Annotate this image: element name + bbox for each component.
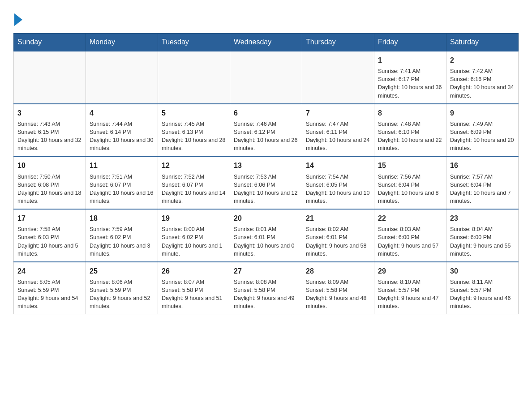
day-info: Sunrise: 8:06 AM Sunset: 5:59 PM Dayligh… bbox=[90, 278, 154, 311]
day-info: Sunrise: 7:57 AM Sunset: 6:04 PM Dayligh… bbox=[450, 173, 515, 206]
day-info: Sunrise: 8:04 AM Sunset: 6:00 PM Dayligh… bbox=[450, 225, 515, 258]
calendar-cell: 20Sunrise: 8:01 AM Sunset: 6:01 PM Dayli… bbox=[230, 209, 302, 262]
day-number: 4 bbox=[90, 108, 154, 118]
day-info: Sunrise: 7:41 AM Sunset: 6:17 PM Dayligh… bbox=[378, 67, 442, 100]
calendar-cell: 26Sunrise: 8:07 AM Sunset: 5:58 PM Dayli… bbox=[158, 262, 230, 314]
calendar-cell: 4Sunrise: 7:44 AM Sunset: 6:14 PM Daylig… bbox=[86, 104, 158, 157]
weekday-header-wednesday: Wednesday bbox=[230, 34, 302, 51]
day-info: Sunrise: 7:51 AM Sunset: 6:07 PM Dayligh… bbox=[90, 173, 154, 206]
calendar-cell: 30Sunrise: 8:11 AM Sunset: 5:57 PM Dayli… bbox=[446, 262, 519, 314]
day-number: 18 bbox=[90, 213, 154, 223]
day-number: 11 bbox=[90, 160, 154, 171]
day-info: Sunrise: 7:53 AM Sunset: 6:06 PM Dayligh… bbox=[234, 173, 298, 206]
day-number: 22 bbox=[378, 213, 442, 223]
day-number: 27 bbox=[234, 266, 298, 276]
calendar-cell: 13Sunrise: 7:53 AM Sunset: 6:06 PM Dayli… bbox=[230, 156, 302, 209]
day-number: 12 bbox=[162, 160, 226, 171]
day-info: Sunrise: 7:59 AM Sunset: 6:02 PM Dayligh… bbox=[90, 225, 154, 258]
calendar-cell: 19Sunrise: 8:00 AM Sunset: 6:02 PM Dayli… bbox=[158, 209, 230, 262]
calendar-cell: 7Sunrise: 7:47 AM Sunset: 6:11 PM Daylig… bbox=[302, 104, 374, 157]
calendar-cell: 14Sunrise: 7:54 AM Sunset: 6:05 PM Dayli… bbox=[302, 156, 374, 209]
day-number: 23 bbox=[450, 213, 515, 223]
calendar-cell bbox=[158, 51, 230, 104]
day-number: 21 bbox=[306, 213, 370, 223]
calendar-cell: 11Sunrise: 7:51 AM Sunset: 6:07 PM Dayli… bbox=[86, 156, 158, 209]
day-number: 14 bbox=[306, 160, 370, 171]
day-info: Sunrise: 7:52 AM Sunset: 6:07 PM Dayligh… bbox=[162, 173, 226, 206]
calendar-cell: 15Sunrise: 7:56 AM Sunset: 6:04 PM Dayli… bbox=[374, 156, 446, 209]
logo bbox=[13, 9, 22, 24]
day-info: Sunrise: 7:50 AM Sunset: 6:08 PM Dayligh… bbox=[17, 173, 82, 206]
calendar-cell: 10Sunrise: 7:50 AM Sunset: 6:08 PM Dayli… bbox=[14, 156, 86, 209]
calendar-cell: 2Sunrise: 7:42 AM Sunset: 6:16 PM Daylig… bbox=[446, 51, 519, 104]
day-info: Sunrise: 8:03 AM Sunset: 6:00 PM Dayligh… bbox=[378, 225, 442, 258]
day-info: Sunrise: 8:00 AM Sunset: 6:02 PM Dayligh… bbox=[162, 225, 226, 258]
day-info: Sunrise: 8:09 AM Sunset: 5:58 PM Dayligh… bbox=[306, 278, 370, 311]
week-row-4: 17Sunrise: 7:58 AM Sunset: 6:03 PM Dayli… bbox=[14, 209, 519, 262]
day-number: 17 bbox=[17, 213, 82, 223]
day-number: 5 bbox=[162, 108, 226, 118]
calendar-cell: 23Sunrise: 8:04 AM Sunset: 6:00 PM Dayli… bbox=[446, 209, 519, 262]
day-info: Sunrise: 7:44 AM Sunset: 6:14 PM Dayligh… bbox=[90, 120, 154, 153]
calendar-cell: 28Sunrise: 8:09 AM Sunset: 5:58 PM Dayli… bbox=[302, 262, 374, 314]
calendar-cell: 29Sunrise: 8:10 AM Sunset: 5:57 PM Dayli… bbox=[374, 262, 446, 314]
calendar-cell: 18Sunrise: 7:59 AM Sunset: 6:02 PM Dayli… bbox=[86, 209, 158, 262]
day-number: 6 bbox=[234, 108, 298, 118]
calendar-cell: 8Sunrise: 7:48 AM Sunset: 6:10 PM Daylig… bbox=[374, 104, 446, 157]
weekday-header-thursday: Thursday bbox=[302, 34, 374, 51]
day-number: 10 bbox=[17, 160, 82, 171]
calendar-cell: 21Sunrise: 8:02 AM Sunset: 6:01 PM Dayli… bbox=[302, 209, 374, 262]
calendar-cell bbox=[14, 51, 86, 104]
day-info: Sunrise: 7:48 AM Sunset: 6:10 PM Dayligh… bbox=[378, 120, 442, 153]
week-row-5: 24Sunrise: 8:05 AM Sunset: 5:59 PM Dayli… bbox=[14, 262, 519, 314]
day-info: Sunrise: 8:07 AM Sunset: 5:58 PM Dayligh… bbox=[162, 278, 226, 311]
calendar-table: SundayMondayTuesdayWednesdayThursdayFrid… bbox=[13, 33, 519, 314]
day-info: Sunrise: 7:46 AM Sunset: 6:12 PM Dayligh… bbox=[234, 120, 298, 153]
week-row-1: 1Sunrise: 7:41 AM Sunset: 6:17 PM Daylig… bbox=[14, 51, 519, 104]
weekday-header-friday: Friday bbox=[374, 34, 446, 51]
day-number: 15 bbox=[378, 160, 442, 171]
calendar-cell: 1Sunrise: 7:41 AM Sunset: 6:17 PM Daylig… bbox=[374, 51, 446, 104]
day-info: Sunrise: 7:43 AM Sunset: 6:15 PM Dayligh… bbox=[17, 120, 82, 153]
day-number: 24 bbox=[17, 266, 82, 276]
calendar-cell bbox=[230, 51, 302, 104]
weekday-header-sunday: Sunday bbox=[14, 34, 86, 51]
calendar-cell: 24Sunrise: 8:05 AM Sunset: 5:59 PM Dayli… bbox=[14, 262, 86, 314]
calendar-cell: 3Sunrise: 7:43 AM Sunset: 6:15 PM Daylig… bbox=[14, 104, 86, 157]
week-row-2: 3Sunrise: 7:43 AM Sunset: 6:15 PM Daylig… bbox=[14, 104, 519, 157]
weekday-header-monday: Monday bbox=[86, 34, 158, 51]
day-info: Sunrise: 8:10 AM Sunset: 5:57 PM Dayligh… bbox=[378, 278, 442, 311]
day-number: 8 bbox=[378, 108, 442, 118]
day-info: Sunrise: 7:45 AM Sunset: 6:13 PM Dayligh… bbox=[162, 120, 226, 153]
day-info: Sunrise: 7:54 AM Sunset: 6:05 PM Dayligh… bbox=[306, 173, 370, 206]
day-info: Sunrise: 7:42 AM Sunset: 6:16 PM Dayligh… bbox=[450, 67, 515, 100]
week-row-3: 10Sunrise: 7:50 AM Sunset: 6:08 PM Dayli… bbox=[14, 156, 519, 209]
day-number: 2 bbox=[450, 55, 515, 65]
day-number: 1 bbox=[378, 55, 442, 65]
day-number: 25 bbox=[90, 266, 154, 276]
weekday-header-tuesday: Tuesday bbox=[158, 34, 230, 51]
weekday-header-saturday: Saturday bbox=[446, 34, 519, 51]
day-number: 26 bbox=[162, 266, 226, 276]
day-number: 3 bbox=[17, 108, 82, 118]
day-info: Sunrise: 7:49 AM Sunset: 6:09 PM Dayligh… bbox=[450, 120, 515, 153]
day-number: 19 bbox=[162, 213, 226, 223]
logo-arrow-icon bbox=[14, 13, 22, 26]
calendar-cell: 6Sunrise: 7:46 AM Sunset: 6:12 PM Daylig… bbox=[230, 104, 302, 157]
day-info: Sunrise: 7:47 AM Sunset: 6:11 PM Dayligh… bbox=[306, 120, 370, 153]
calendar-cell: 27Sunrise: 8:08 AM Sunset: 5:58 PM Dayli… bbox=[230, 262, 302, 314]
page-header bbox=[13, 9, 519, 24]
day-number: 7 bbox=[306, 108, 370, 118]
weekday-header-row: SundayMondayTuesdayWednesdayThursdayFrid… bbox=[14, 34, 519, 51]
calendar-cell bbox=[86, 51, 158, 104]
day-number: 20 bbox=[234, 213, 298, 223]
day-number: 9 bbox=[450, 108, 515, 118]
calendar-cell: 22Sunrise: 8:03 AM Sunset: 6:00 PM Dayli… bbox=[374, 209, 446, 262]
day-number: 28 bbox=[306, 266, 370, 276]
day-info: Sunrise: 8:02 AM Sunset: 6:01 PM Dayligh… bbox=[306, 225, 370, 258]
calendar-cell: 17Sunrise: 7:58 AM Sunset: 6:03 PM Dayli… bbox=[14, 209, 86, 262]
day-number: 29 bbox=[378, 266, 442, 276]
day-info: Sunrise: 8:01 AM Sunset: 6:01 PM Dayligh… bbox=[234, 225, 298, 258]
calendar-cell: 9Sunrise: 7:49 AM Sunset: 6:09 PM Daylig… bbox=[446, 104, 519, 157]
calendar-cell bbox=[302, 51, 374, 104]
